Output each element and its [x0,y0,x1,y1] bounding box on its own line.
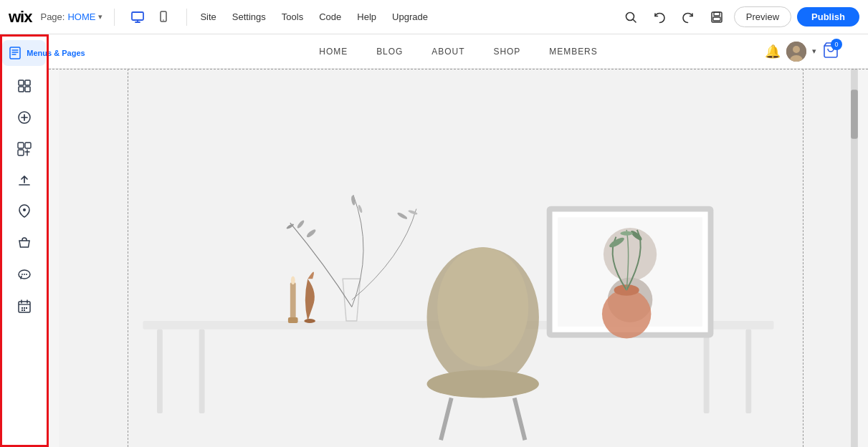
cart-count: 0 [831,39,842,50]
device-switcher [126,6,175,29]
svg-rect-57 [851,90,858,138]
site-menu-item[interactable]: Site [193,7,223,27]
svg-rect-7 [10,47,20,59]
svg-point-2 [163,19,165,21]
separator-2 [186,9,187,26]
svg-rect-37 [288,317,298,323]
publish-button[interactable]: Publish [797,7,859,27]
guide-line-right [803,69,803,447]
top-navbar: wix Page: HOME ▾ Site Settings Tools Cod… [0,0,868,34]
site-nav-right: 🔔 ▾ 0 [765,42,839,62]
svg-point-49 [604,228,657,281]
upgrade-menu-item[interactable]: Upgrade [385,7,435,27]
svg-point-38 [291,276,295,284]
svg-rect-27 [157,330,163,413]
settings-menu-item[interactable]: Settings [225,7,273,27]
canvas-area: HOME BLOG ABOUT Shop Members 🔔 ▾ [49,34,868,447]
tools-menu-item[interactable]: Tools [275,7,310,27]
sidebar-item-media[interactable] [10,166,39,195]
cart-button[interactable]: 0 [822,42,839,62]
svg-rect-9 [25,80,30,85]
site-nav-blog[interactable]: BLOG [376,47,403,57]
svg-rect-14 [25,143,31,148]
save-button[interactable] [705,6,728,29]
hero-scene [49,69,868,447]
svg-rect-11 [25,87,30,92]
desktop-view-button[interactable] [126,6,149,29]
pages-icon [8,44,22,62]
page-name[interactable]: HOME [67,11,95,22]
sidebar-item-elements[interactable] [10,72,39,100]
site-nav-about[interactable]: ABOUT [431,47,464,57]
svg-point-16 [23,208,26,211]
page-label: Page: [40,11,65,22]
svg-rect-6 [713,17,720,21]
svg-rect-36 [290,282,296,321]
svg-point-19 [24,274,25,275]
help-menu-item[interactable]: Help [350,7,383,27]
redo-button[interactable] [677,6,700,29]
nav-menu: Site Settings Tools Code Help Upgrade [193,7,616,27]
sidebar-pages-label: Menus & Pages [27,49,85,57]
site-nav-members[interactable]: Members [549,47,597,57]
svg-point-51 [602,289,651,338]
svg-rect-29 [704,330,710,413]
chevron-down-icon[interactable]: ▾ [98,12,102,21]
separator-1 [114,9,115,26]
user-avatar[interactable] [786,42,806,62]
site-nav-home[interactable]: HOME [319,47,348,57]
code-menu-item[interactable]: Code [312,7,348,27]
site-navbar: HOME BLOG ABOUT Shop Members 🔔 ▾ [49,34,868,69]
sidebar-item-add[interactable] [10,103,39,132]
svg-rect-15 [18,150,24,155]
mobile-view-button[interactable] [152,6,175,29]
site-nav-shop[interactable]: Shop [493,47,520,57]
sidebar-item-bookings[interactable] [10,292,39,321]
svg-rect-0 [132,12,143,20]
sidebar-item-store[interactable] [10,229,39,258]
sidebar-item-blog[interactable] [10,198,39,226]
left-sidebar: Menus & Pages [0,34,49,447]
svg-rect-13 [18,143,24,148]
sidebar-item-pages[interactable]: Menus & Pages [2,40,45,66]
main-area: Menus & Pages [0,34,868,447]
chevron-avatar-icon[interactable]: ▾ [812,47,816,56]
svg-rect-30 [745,330,751,413]
notification-icon[interactable]: 🔔 [765,44,781,59]
guide-line-left [128,69,128,447]
undo-button[interactable] [648,6,671,29]
guide-line-top [49,69,868,69]
svg-point-32 [437,247,528,366]
svg-rect-28 [199,330,205,413]
wix-logo: wix [9,8,32,27]
sidebar-item-appmarket[interactable] [10,135,39,163]
svg-point-23 [793,46,800,53]
svg-point-33 [427,370,539,398]
search-button[interactable] [619,6,642,29]
page-indicator: Page: HOME ▾ [40,11,102,22]
svg-point-18 [22,274,23,275]
svg-rect-10 [19,87,24,92]
svg-point-55 [620,231,633,236]
svg-point-3 [626,12,634,20]
sidebar-item-chat[interactable] [10,261,39,289]
canvas-content: DESIGN FOR LIFE [49,69,868,447]
preview-button[interactable]: Preview [734,6,791,27]
nav-right-actions: Preview Publish [619,6,859,29]
svg-point-39 [304,319,315,323]
svg-rect-8 [19,80,24,85]
svg-point-20 [26,274,27,275]
